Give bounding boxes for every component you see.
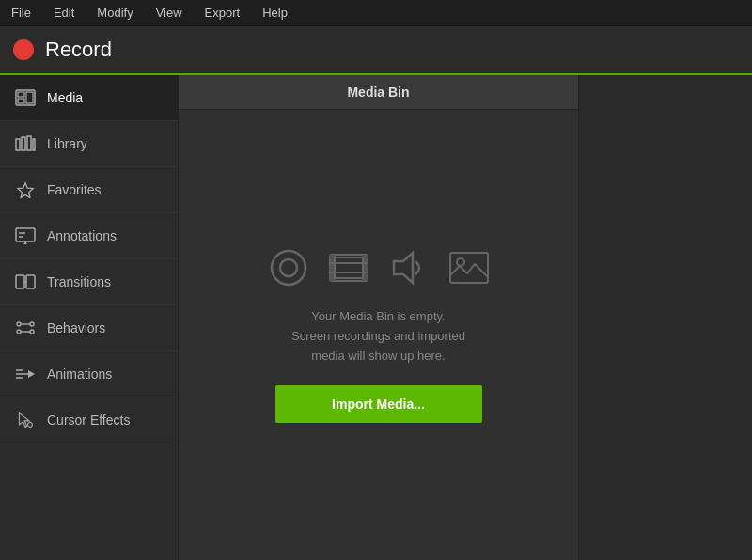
- title-bar: Record: [0, 26, 752, 75]
- media-bin-icons: [268, 247, 490, 288]
- svg-point-29: [280, 259, 297, 276]
- svg-rect-5: [22, 137, 25, 150]
- sidebar-item-media[interactable]: Media: [0, 75, 178, 121]
- menu-file[interactable]: File: [8, 4, 35, 22]
- library-icon: [15, 133, 36, 154]
- record-indicator: [13, 39, 34, 60]
- menu-modify[interactable]: Modify: [93, 4, 136, 22]
- menu-view[interactable]: View: [152, 4, 186, 22]
- sidebar-item-transitions[interactable]: Transitions: [0, 259, 178, 305]
- animations-icon: [15, 364, 36, 384]
- sidebar-label-cursor-effects: Cursor Effects: [47, 412, 130, 428]
- media-bin-body: Your Media Bin is empty. Screen recordin…: [179, 110, 578, 560]
- sidebar-label-transitions: Transitions: [47, 274, 111, 289]
- svg-rect-3: [26, 92, 33, 103]
- import-media-button[interactable]: Import Media...: [275, 385, 482, 423]
- media-icon: [15, 87, 36, 108]
- svg-marker-8: [18, 183, 33, 198]
- svg-rect-7: [33, 139, 35, 150]
- media-bin-header: Media Bin: [179, 75, 578, 110]
- svg-marker-23: [28, 370, 35, 378]
- sidebar-item-library[interactable]: Library: [0, 121, 178, 167]
- menu-edit[interactable]: Edit: [50, 4, 78, 22]
- sidebar-item-favorites[interactable]: Favorites: [0, 167, 178, 213]
- annotations-icon: [15, 226, 36, 246]
- sidebar-item-behaviors[interactable]: Behaviors: [0, 305, 178, 351]
- bin-film-icon: [328, 247, 369, 288]
- sidebar-label-annotations: Annotations: [47, 228, 117, 243]
- cursor-effects-icon: [15, 410, 36, 430]
- svg-point-17: [17, 330, 21, 334]
- page-title: Record: [45, 38, 112, 62]
- svg-rect-6: [27, 136, 31, 150]
- menu-export[interactable]: Export: [201, 4, 244, 22]
- main-layout: Media Library Favorites: [0, 75, 752, 560]
- sidebar-label-media: Media: [47, 90, 83, 105]
- bin-audio-icon: [388, 247, 430, 288]
- svg-rect-35: [335, 257, 363, 278]
- sidebar-label-animations: Animations: [47, 366, 112, 381]
- transitions-icon: [15, 272, 36, 292]
- svg-rect-9: [16, 228, 35, 241]
- sidebar-item-animations[interactable]: Animations: [0, 351, 178, 397]
- svg-marker-36: [394, 253, 413, 283]
- svg-point-27: [27, 422, 32, 427]
- svg-rect-37: [450, 253, 488, 283]
- svg-point-38: [457, 258, 464, 266]
- svg-point-28: [272, 251, 306, 285]
- svg-rect-13: [16, 275, 24, 288]
- behaviors-icon: [15, 318, 36, 338]
- svg-point-21: [30, 330, 34, 334]
- sidebar: Media Library Favorites: [0, 75, 179, 560]
- media-bin-empty-text: Your Media Bin is empty. Screen recordin…: [291, 307, 465, 366]
- menu-help[interactable]: Help: [258, 4, 291, 22]
- sidebar-item-annotations[interactable]: Annotations: [0, 213, 178, 259]
- bin-record-icon: [268, 247, 309, 288]
- sidebar-item-cursor-effects[interactable]: Cursor Effects: [0, 397, 178, 443]
- sidebar-label-favorites: Favorites: [47, 182, 102, 197]
- menu-bar: File Edit Modify View Export Help: [0, 0, 752, 26]
- media-bin-panel: Media Bin: [179, 75, 578, 560]
- right-panel: [578, 75, 752, 560]
- sidebar-label-library: Library: [47, 136, 87, 151]
- svg-rect-1: [18, 92, 24, 97]
- bin-image-icon: [448, 251, 490, 285]
- svg-rect-4: [16, 139, 20, 150]
- svg-rect-14: [26, 275, 35, 288]
- svg-rect-2: [18, 99, 24, 103]
- favorites-icon: [15, 179, 36, 200]
- svg-point-20: [30, 322, 34, 326]
- svg-point-16: [17, 322, 21, 326]
- sidebar-label-behaviors: Behaviors: [47, 320, 105, 335]
